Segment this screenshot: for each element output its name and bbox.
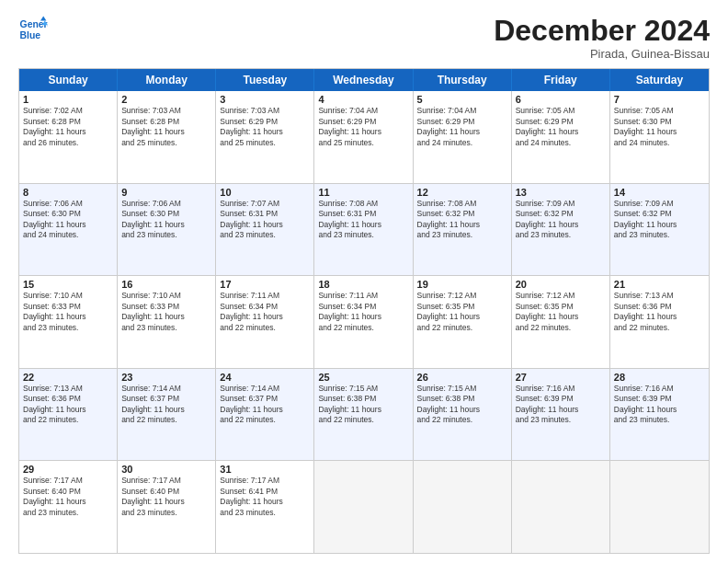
day-info: Sunrise: 7:14 AM Sunset: 6:37 PM Dayligh… [220,384,310,426]
calendar-cell: 21Sunrise: 7:13 AM Sunset: 6:36 PM Dayli… [610,276,709,368]
svg-text:Blue: Blue [20,30,41,40]
day-number: 21 [614,279,705,290]
day-info: Sunrise: 7:09 AM Sunset: 6:32 PM Dayligh… [614,199,705,241]
header-day: Saturday [610,69,709,91]
day-info: Sunrise: 7:12 AM Sunset: 6:35 PM Dayligh… [516,291,606,333]
calendar-cell: 19Sunrise: 7:12 AM Sunset: 6:35 PM Dayli… [414,276,512,368]
day-info: Sunrise: 7:02 AM Sunset: 6:28 PM Dayligh… [23,106,113,148]
day-number: 22 [23,372,113,383]
calendar-cell: 4Sunrise: 7:04 AM Sunset: 6:29 PM Daylig… [314,91,413,183]
day-info: Sunrise: 7:17 AM Sunset: 6:40 PM Dayligh… [23,476,113,518]
day-number: 12 [417,187,507,198]
day-number: 14 [614,187,705,198]
day-info: Sunrise: 7:10 AM Sunset: 6:33 PM Dayligh… [121,291,211,333]
calendar-cell: 14Sunrise: 7:09 AM Sunset: 6:32 PM Dayli… [610,184,709,276]
day-number: 17 [220,279,310,290]
header-day: Thursday [414,69,512,91]
day-number: 28 [614,372,705,383]
calendar-cell: 27Sunrise: 7:16 AM Sunset: 6:39 PM Dayli… [512,369,610,461]
day-number: 9 [121,187,211,198]
day-number: 16 [121,279,211,290]
day-info: Sunrise: 7:15 AM Sunset: 6:38 PM Dayligh… [318,384,408,426]
day-number: 13 [516,187,606,198]
day-info: Sunrise: 7:03 AM Sunset: 6:29 PM Dayligh… [220,106,310,148]
calendar-cell [314,461,413,553]
title-block: December 2024 Pirada, Guinea-Bissau [494,15,710,61]
calendar-cell: 31Sunrise: 7:17 AM Sunset: 6:41 PM Dayli… [216,461,314,553]
day-info: Sunrise: 7:05 AM Sunset: 6:29 PM Dayligh… [516,106,606,148]
day-number: 6 [516,94,606,105]
day-number: 27 [516,372,606,383]
day-info: Sunrise: 7:04 AM Sunset: 6:29 PM Dayligh… [417,106,507,148]
day-info: Sunrise: 7:16 AM Sunset: 6:39 PM Dayligh… [516,384,606,426]
calendar-cell: 30Sunrise: 7:17 AM Sunset: 6:40 PM Dayli… [118,461,216,553]
day-info: Sunrise: 7:08 AM Sunset: 6:31 PM Dayligh… [318,199,408,241]
calendar-cell [610,461,709,553]
day-number: 29 [23,464,113,475]
header-day: Monday [118,69,216,91]
day-number: 8 [23,187,113,198]
logo: General Blue [18,15,48,44]
calendar-cell [512,461,610,553]
header-day: Sunday [19,69,118,91]
calendar-cell: 6Sunrise: 7:05 AM Sunset: 6:29 PM Daylig… [512,91,610,183]
day-number: 2 [121,94,211,105]
day-number: 7 [614,94,705,105]
calendar: SundayMondayTuesdayWednesdayThursdayFrid… [18,68,710,554]
calendar-cell: 11Sunrise: 7:08 AM Sunset: 6:31 PM Dayli… [314,184,413,276]
calendar-row: 15Sunrise: 7:10 AM Sunset: 6:33 PM Dayli… [19,275,709,368]
day-info: Sunrise: 7:15 AM Sunset: 6:38 PM Dayligh… [417,384,507,426]
day-info: Sunrise: 7:07 AM Sunset: 6:31 PM Dayligh… [220,199,310,241]
calendar-cell: 16Sunrise: 7:10 AM Sunset: 6:33 PM Dayli… [118,276,216,368]
calendar-cell: 13Sunrise: 7:09 AM Sunset: 6:32 PM Dayli… [512,184,610,276]
calendar-cell: 28Sunrise: 7:16 AM Sunset: 6:39 PM Dayli… [610,369,709,461]
day-number: 31 [220,464,310,475]
day-info: Sunrise: 7:06 AM Sunset: 6:30 PM Dayligh… [23,199,113,241]
day-number: 25 [318,372,408,383]
calendar-cell: 9Sunrise: 7:06 AM Sunset: 6:30 PM Daylig… [118,184,216,276]
day-info: Sunrise: 7:13 AM Sunset: 6:36 PM Dayligh… [614,291,705,333]
day-number: 4 [318,94,408,105]
calendar-cell: 2Sunrise: 7:03 AM Sunset: 6:28 PM Daylig… [118,91,216,183]
calendar-cell: 29Sunrise: 7:17 AM Sunset: 6:40 PM Dayli… [19,461,118,553]
day-number: 19 [417,279,507,290]
calendar-row: 29Sunrise: 7:17 AM Sunset: 6:40 PM Dayli… [19,460,709,553]
logo-icon: General Blue [18,15,48,44]
day-info: Sunrise: 7:12 AM Sunset: 6:35 PM Dayligh… [417,291,507,333]
day-info: Sunrise: 7:05 AM Sunset: 6:30 PM Dayligh… [614,106,705,148]
day-number: 10 [220,187,310,198]
header-day: Wednesday [314,69,413,91]
calendar-row: 1Sunrise: 7:02 AM Sunset: 6:28 PM Daylig… [19,91,709,183]
calendar-cell: 15Sunrise: 7:10 AM Sunset: 6:33 PM Dayli… [19,276,118,368]
header: General Blue December 2024 Pirada, Guine… [18,15,710,61]
calendar-cell: 20Sunrise: 7:12 AM Sunset: 6:35 PM Dayli… [512,276,610,368]
day-info: Sunrise: 7:04 AM Sunset: 6:29 PM Dayligh… [318,106,408,148]
day-number: 3 [220,94,310,105]
day-number: 5 [417,94,507,105]
calendar-cell: 8Sunrise: 7:06 AM Sunset: 6:30 PM Daylig… [19,184,118,276]
day-number: 18 [318,279,408,290]
month-title: December 2024 [494,15,710,47]
calendar-cell: 10Sunrise: 7:07 AM Sunset: 6:31 PM Dayli… [216,184,314,276]
calendar-cell: 26Sunrise: 7:15 AM Sunset: 6:38 PM Dayli… [414,369,512,461]
day-number: 30 [121,464,211,475]
day-info: Sunrise: 7:11 AM Sunset: 6:34 PM Dayligh… [318,291,408,333]
day-number: 24 [220,372,310,383]
day-number: 20 [516,279,606,290]
day-number: 15 [23,279,113,290]
calendar-cell: 12Sunrise: 7:08 AM Sunset: 6:32 PM Dayli… [414,184,512,276]
calendar-cell: 25Sunrise: 7:15 AM Sunset: 6:38 PM Dayli… [314,369,413,461]
calendar-cell: 1Sunrise: 7:02 AM Sunset: 6:28 PM Daylig… [19,91,118,183]
day-info: Sunrise: 7:10 AM Sunset: 6:33 PM Dayligh… [23,291,113,333]
svg-marker-2 [40,17,46,21]
day-info: Sunrise: 7:11 AM Sunset: 6:34 PM Dayligh… [220,291,310,333]
calendar-cell: 7Sunrise: 7:05 AM Sunset: 6:30 PM Daylig… [610,91,709,183]
day-info: Sunrise: 7:08 AM Sunset: 6:32 PM Dayligh… [417,199,507,241]
calendar-header: SundayMondayTuesdayWednesdayThursdayFrid… [19,69,709,91]
calendar-cell: 17Sunrise: 7:11 AM Sunset: 6:34 PM Dayli… [216,276,314,368]
calendar-cell [414,461,512,553]
day-info: Sunrise: 7:13 AM Sunset: 6:36 PM Dayligh… [23,384,113,426]
day-info: Sunrise: 7:06 AM Sunset: 6:30 PM Dayligh… [121,199,211,241]
calendar-cell: 18Sunrise: 7:11 AM Sunset: 6:34 PM Dayli… [314,276,413,368]
page: General Blue December 2024 Pirada, Guine… [0,0,728,563]
